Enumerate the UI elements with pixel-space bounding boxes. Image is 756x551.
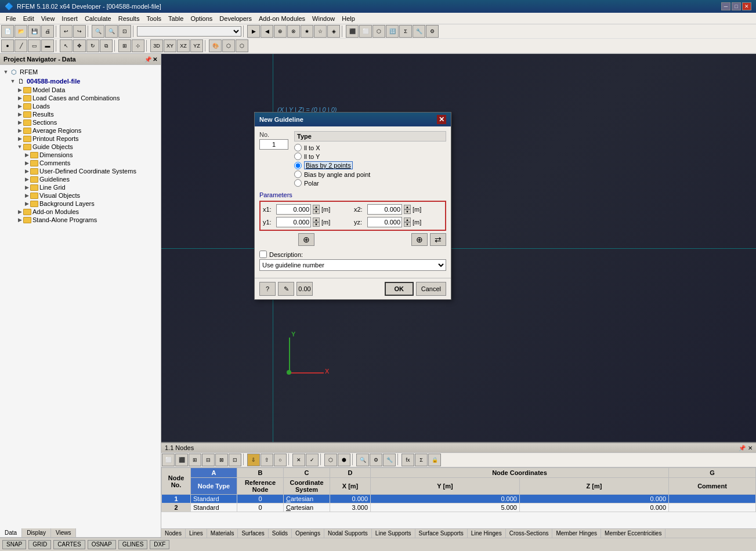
y1-input[interactable] [276, 217, 311, 227]
btb-btn17[interactable]: fx [401, 454, 414, 466]
tree-guidelines-toggle[interactable]: ▶ [23, 176, 30, 182]
btb-btn13[interactable]: ⬢ [338, 454, 350, 466]
btb-btn6[interactable]: ⊡ [229, 454, 241, 466]
tree-lc-toggle[interactable]: ▶ [16, 95, 23, 101]
title-restore-btn[interactable]: □ [732, 2, 741, 10]
tab-materials[interactable]: Materials [207, 529, 238, 538]
radio-ll-to-y[interactable]: ll to Y [294, 153, 446, 160]
tree-dim-toggle[interactable]: ▶ [23, 152, 30, 158]
btb-btn15[interactable]: ⚙ [370, 454, 382, 466]
menu-calculate[interactable]: Calculate [81, 14, 115, 23]
tb-btn-b3[interactable]: ⬡ [372, 25, 385, 38]
menu-table[interactable]: Table [165, 14, 187, 23]
table-row[interactable]: 1 Standard 0 Cartesian 0.000 0.000 0.000 [162, 495, 756, 503]
tb-btn-a1[interactable]: ▶ [247, 25, 260, 38]
tree-project-toggle[interactable]: ▼ [9, 78, 16, 84]
status-grid[interactable]: GRID [28, 540, 51, 549]
tree-guide-toggle[interactable]: ▼ [16, 144, 23, 150]
y1-spin-down[interactable]: ▼ [313, 222, 320, 227]
dialog-help-btn[interactable]: ? [259, 282, 276, 296]
tree-visual-toggle[interactable]: ▶ [23, 193, 30, 198]
title-close-btn[interactable]: ✕ [742, 2, 751, 10]
tree-addon[interactable]: ▶ Add-on Modules [2, 208, 158, 216]
tree-sections-toggle[interactable]: ▶ [16, 119, 23, 125]
tree-model-toggle[interactable]: ▶ [16, 87, 23, 93]
tree-user-coords[interactable]: ▶ User-Defined Coordinate Systems [2, 167, 158, 175]
panel-tab-display[interactable]: Display [22, 528, 51, 537]
tb2-line[interactable]: ╱ [15, 39, 27, 52]
tb-open[interactable]: 📂 [15, 25, 27, 38]
status-osnap[interactable]: OSNAP [88, 540, 116, 549]
status-glines[interactable]: GLINES [118, 540, 148, 549]
tb-save[interactable]: 💾 [28, 25, 41, 38]
tree-results-toggle[interactable]: ▶ [16, 111, 23, 117]
tree-root-toggle[interactable]: ▼ [2, 69, 9, 75]
menu-tools[interactable]: Tools [143, 14, 165, 23]
tb-btn-a2[interactable]: ◀ [261, 25, 273, 38]
pick-point-1-btn[interactable]: ⊕ [298, 233, 314, 246]
radio-ll-to-y-input[interactable] [294, 153, 302, 160]
tree-standalone-toggle[interactable]: ▶ [16, 217, 23, 223]
tb-btn-a6[interactable]: ☆ [314, 25, 327, 38]
tree-line-grid[interactable]: ▶ Line Grid [2, 183, 158, 191]
panel-tab-views[interactable]: Views [51, 528, 77, 537]
btb-btn12[interactable]: ⬡ [324, 454, 337, 466]
status-snap[interactable]: SNAP [2, 540, 26, 549]
tb-fit[interactable]: ⊡ [118, 25, 131, 38]
tree-bglayers-toggle[interactable]: ▶ [23, 201, 30, 206]
menu-options[interactable]: Options [187, 14, 216, 23]
table-row[interactable]: 2 Standard 0 Cartesian 3.000 5.000 0.000 [162, 503, 756, 512]
tree-coords-toggle[interactable]: ▶ [23, 168, 30, 174]
tb-redo[interactable]: ↪ [73, 25, 86, 38]
y2-spin-down[interactable]: ▼ [404, 222, 411, 227]
tree-project[interactable]: ▼ 🗋 004588-model-file [2, 77, 158, 86]
tb-btn-b6[interactable]: 🔧 [413, 25, 425, 38]
tb-undo[interactable]: ↩ [60, 25, 73, 38]
menu-developers[interactable]: Developers [216, 14, 255, 23]
btb-btn1[interactable]: ⬜ [162, 454, 175, 466]
tb2-snap[interactable]: ⊹ [132, 39, 144, 52]
tb2-surface[interactable]: ▭ [28, 39, 41, 52]
tb-btn-b2[interactable]: ⬜ [359, 25, 372, 38]
tb2-view-xy[interactable]: XY [164, 39, 176, 52]
tab-lines[interactable]: Lines [186, 529, 207, 538]
tab-surfaces[interactable]: Surfaces [238, 529, 268, 538]
btb-btn8[interactable]: ⇧ [261, 454, 273, 466]
status-dxf[interactable]: DXF [150, 540, 169, 549]
tree-standalone[interactable]: ▶ Stand-Alone Programs [2, 216, 158, 224]
dialog-title-bar[interactable]: New Guideline ✕ [255, 113, 451, 126]
tb2-rotate[interactable]: ↻ [86, 39, 99, 52]
radio-bias-angle-input[interactable] [294, 171, 302, 178]
tree-comments-toggle[interactable]: ▶ [23, 160, 30, 166]
tab-line-hinges[interactable]: Line Hinges [468, 529, 506, 538]
tb-btn-a3[interactable]: ⊕ [274, 25, 287, 38]
bottom-close-icon[interactable]: ✕ [748, 445, 753, 451]
tree-sections[interactable]: ▶ Sections [2, 118, 158, 126]
canvas-area[interactable]: (X | Y | Z) = (0 | 0 | 0) (X | Y | Z) = … [161, 54, 756, 442]
tree-bg-layers[interactable]: ▶ Background Layers [2, 200, 158, 208]
tree-loads[interactable]: ▶ Loads [2, 102, 158, 110]
tb2-move[interactable]: ✥ [73, 39, 86, 52]
tb2-view-yz[interactable]: YZ [190, 39, 203, 52]
menu-results[interactable]: Results [115, 14, 143, 23]
radio-bias-angle[interactable]: Bias by angle and point [294, 171, 446, 178]
cancel-button[interactable]: Cancel [416, 282, 446, 296]
tree-root[interactable]: ▼ ⬡ RFEM [2, 67, 158, 77]
x2-spin-down[interactable]: ▼ [404, 209, 411, 214]
tb2-hidden[interactable]: ⬡ [236, 39, 248, 52]
tree-printout-toggle[interactable]: ▶ [16, 136, 23, 142]
menu-file[interactable]: File [2, 14, 20, 23]
tab-openings[interactable]: Openings [292, 529, 324, 538]
tree-guide-objects[interactable]: ▼ Guide Objects [2, 143, 158, 151]
ok-button[interactable]: OK [385, 282, 414, 296]
y2-spin-up[interactable]: ▲ [404, 217, 411, 222]
btb-btn14[interactable]: 🔍 [356, 454, 369, 466]
radio-polar-input[interactable] [294, 179, 302, 187]
btb-btn4[interactable]: ⊟ [202, 454, 215, 466]
tb-btn-a7[interactable]: ◈ [327, 25, 340, 38]
tree-results[interactable]: ▶ Results [2, 110, 158, 118]
panel-close-btn[interactable]: ✕ [153, 56, 157, 63]
bottom-pin-icon[interactable]: 📌 [739, 445, 746, 451]
btb-btn16[interactable]: 🔧 [383, 454, 396, 466]
menu-addon[interactable]: Add-on Modules [255, 14, 309, 23]
